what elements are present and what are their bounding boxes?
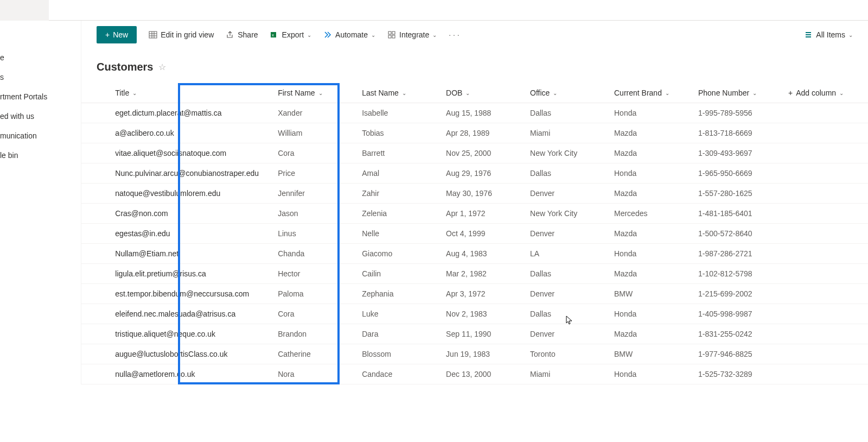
cell-title[interactable]: tristique.aliquet@neque.co.uk (105, 324, 273, 344)
svg-text:x: x (272, 33, 274, 37)
cell-phone: 1-309-493-9697 (694, 143, 784, 163)
cell-office: Dallas (526, 304, 610, 324)
favorite-star-icon[interactable]: ☆ (158, 62, 166, 72)
table-row[interactable]: egestas@in.eduLinusNelleOct 4, 1999Denve… (81, 224, 868, 244)
cell-title[interactable]: Cras@non.com (105, 204, 273, 224)
table-row[interactable]: vitae.aliquet@sociisnatoque.comCoraBarre… (81, 143, 868, 163)
cell-lastname: Dara (358, 324, 442, 344)
col-header-office[interactable]: Office⌄ (526, 83, 610, 103)
table-row[interactable]: eleifend.nec.malesuada@atrisus.caCoraLuk… (81, 304, 868, 324)
nav-item[interactable]: rtment Portals (0, 87, 81, 106)
cell-brand: Mazda (610, 224, 694, 244)
integrate-icon (387, 30, 396, 39)
cell-dob: Jun 19, 1983 (442, 344, 526, 364)
cell-office: Miami (526, 364, 610, 384)
table-row[interactable]: eget.dictum.placerat@mattis.caXanderIsab… (81, 103, 868, 123)
nav-item[interactable]: munication (0, 126, 81, 146)
table-row[interactable]: natoque@vestibulumlorem.eduJenniferZahir… (81, 184, 868, 204)
cell-firstname: Nora (273, 364, 358, 384)
cell-title[interactable]: Nunc.pulvinar.arcu@conubianostraper.edu (105, 163, 273, 184)
cell-firstname: Linus (273, 224, 358, 244)
automate-button[interactable]: Automate ⌄ (323, 30, 375, 39)
cell-title[interactable]: ligula.elit.pretium@risus.ca (105, 264, 273, 284)
cell-lastname: Luke (358, 304, 442, 324)
cell-office: Denver (526, 284, 610, 304)
table-row[interactable]: tristique.aliquet@neque.co.ukBrandonDara… (81, 324, 868, 344)
cell-title[interactable]: eget.dictum.placerat@mattis.ca (105, 103, 273, 123)
nav-item[interactable]: e (0, 48, 81, 67)
table-row[interactable]: ligula.elit.pretium@risus.caHectorCailin… (81, 264, 868, 284)
cell-dob: Dec 13, 2000 (442, 364, 526, 384)
cell-firstname: Jennifer (273, 184, 358, 204)
edit-grid-button[interactable]: Edit in grid view (149, 30, 214, 39)
cell-title[interactable]: est.tempor.bibendum@neccursusa.com (105, 284, 273, 304)
table-row[interactable]: augue@luctuslobortisClass.co.ukCatherine… (81, 344, 868, 364)
cell-title[interactable]: a@aclibero.co.uk (105, 123, 273, 143)
cell-firstname: Brandon (273, 324, 358, 344)
cell-firstname: William (273, 123, 358, 143)
nav-item[interactable]: le bin (0, 146, 81, 165)
new-button[interactable]: + New (97, 26, 137, 43)
cell-lastname: Barrett (358, 143, 442, 163)
nav-item[interactable]: s (0, 67, 81, 87)
table-row[interactable]: Nullam@Etiam.netChandaGiacomoAug 4, 1983… (81, 244, 868, 264)
cell-brand: Honda (610, 244, 694, 264)
table-row[interactable]: a@aclibero.co.ukWilliamTobiasApr 28, 198… (81, 123, 868, 143)
cell-title[interactable]: egestas@in.edu (105, 224, 273, 244)
cell-office: Denver (526, 224, 610, 244)
cell-brand: Mazda (610, 264, 694, 284)
cell-title[interactable]: augue@luctuslobortisClass.co.uk (105, 344, 273, 364)
cell-phone: 1-500-572-8640 (694, 224, 784, 244)
view-selector[interactable]: All Items ⌄ (804, 30, 853, 39)
cell-title[interactable]: Nullam@Etiam.net (105, 244, 273, 264)
list-grid: Title⌄ First Name⌄ Last Name⌄ DOB⌄ Offic… (81, 83, 868, 384)
col-header-brand[interactable]: Current Brand⌄ (610, 83, 694, 103)
table-row[interactable]: Cras@non.comJasonZeleniaApr 1, 1972New Y… (81, 204, 868, 224)
cell-dob: Apr 1, 1972 (442, 204, 526, 224)
cell-brand: Mazda (610, 324, 694, 344)
app-launcher[interactable] (0, 0, 49, 21)
cell-office: LA (526, 244, 610, 264)
col-header-phone[interactable]: Phone Number⌄ (694, 83, 784, 103)
chevron-down-icon: ⌄ (371, 32, 375, 38)
cell-phone: 1-102-812-5798 (694, 264, 784, 284)
cell-dob: Mar 2, 1982 (442, 264, 526, 284)
chevron-down-icon: ⌄ (402, 90, 406, 96)
automate-label: Automate (335, 30, 368, 39)
cell-brand: Honda (610, 304, 694, 324)
cell-dob: Nov 2, 1983 (442, 304, 526, 324)
export-button[interactable]: x Export ⌄ (270, 30, 311, 39)
cell-dob: Aug 4, 1983 (442, 244, 526, 264)
table-row[interactable]: est.tempor.bibendum@neccursusa.comPaloma… (81, 284, 868, 304)
cell-title[interactable]: natoque@vestibulumlorem.edu (105, 184, 273, 204)
cell-firstname: Price (273, 163, 358, 184)
cell-title[interactable]: vitae.aliquet@sociisnatoque.com (105, 143, 273, 163)
cell-lastname: Cailin (358, 264, 442, 284)
export-label: Export (282, 30, 304, 39)
col-header-dob[interactable]: DOB⌄ (442, 83, 526, 103)
integrate-button[interactable]: Integrate ⌄ (387, 30, 437, 39)
cell-title[interactable]: nulla@ametlorem.co.uk (105, 364, 273, 384)
cell-lastname: Blossom (358, 344, 442, 364)
share-button[interactable]: Share (226, 30, 258, 39)
table-row[interactable]: Nunc.pulvinar.arcu@conubianostraper.eduP… (81, 163, 868, 184)
cell-dob: May 30, 1976 (442, 184, 526, 204)
cell-firstname: Cora (273, 143, 358, 163)
cell-lastname: Amal (358, 163, 442, 184)
cell-dob: Nov 25, 2000 (442, 143, 526, 163)
col-header-add[interactable]: +Add column⌄ (784, 83, 868, 103)
col-header-title[interactable]: Title⌄ (105, 83, 273, 103)
cell-office: Dallas (526, 163, 610, 184)
share-icon (226, 30, 234, 39)
col-header-firstname[interactable]: First Name⌄ (273, 83, 358, 103)
view-label: All Items (816, 30, 845, 39)
nav-item[interactable]: ed with us (0, 106, 81, 126)
more-button[interactable]: · · · (449, 30, 459, 39)
cell-dob: Apr 3, 1972 (442, 284, 526, 304)
cell-office: Denver (526, 184, 610, 204)
cell-brand: Mazda (610, 123, 694, 143)
col-header-lastname[interactable]: Last Name⌄ (358, 83, 442, 103)
table-row[interactable]: nulla@ametlorem.co.ukNoraCandaceDec 13, … (81, 364, 868, 384)
cell-title[interactable]: eleifend.nec.malesuada@atrisus.ca (105, 304, 273, 324)
svg-rect-8 (392, 31, 395, 34)
